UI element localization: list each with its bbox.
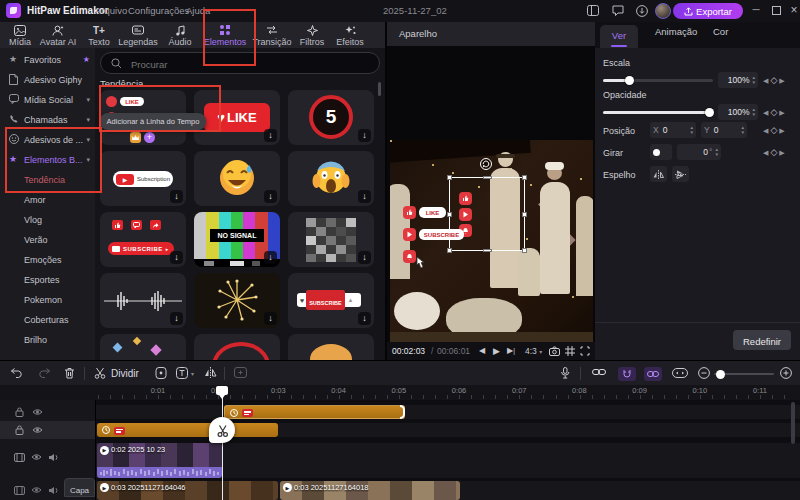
track-mute-icon[interactable]	[48, 486, 59, 495]
reset-button[interactable]: Redefinir	[733, 330, 791, 350]
tab-texto[interactable]: T+ Texto	[77, 24, 121, 47]
sidebar-item-emocoes[interactable]: Emoções	[0, 252, 95, 268]
undo-button[interactable]	[10, 367, 23, 378]
layout-panels-icon[interactable]	[587, 5, 599, 16]
sticker-clip-1[interactable]	[224, 405, 405, 419]
download-sticker-icon[interactable]: ↓	[264, 129, 277, 142]
close-button[interactable]: ×	[786, 0, 800, 22]
position-keyframe-controls[interactable]: ◀◇▶	[763, 125, 787, 135]
opacity-value-box[interactable]: 100% ▴▾	[718, 104, 758, 120]
track-eye-icon[interactable]	[32, 426, 43, 434]
menu-configuracoes[interactable]: Configurações	[128, 0, 189, 22]
sticker-card-stars[interactable]	[100, 334, 186, 360]
snapshot-icon[interactable]	[549, 346, 560, 356]
playhead-line[interactable]	[222, 386, 223, 500]
next-frame-icon[interactable]: ▶|	[507, 346, 515, 355]
panel-scrollbar[interactable]	[378, 82, 381, 96]
export-button[interactable]: Exportar	[673, 3, 743, 19]
sticker-card-blob[interactable]	[288, 334, 374, 360]
tab-efeitos[interactable]: Efeitos	[328, 24, 372, 47]
track-eye-icon[interactable]	[32, 408, 43, 416]
track-lock-icon[interactable]	[15, 407, 24, 417]
delete-button[interactable]	[64, 367, 75, 379]
sticker-card-subscribe-banner[interactable]: SUBSCRIBE ▸ ↓	[100, 212, 186, 267]
freeze-frame-button[interactable]	[234, 367, 247, 378]
opacity-slider[interactable]	[603, 111, 713, 114]
preview-stage[interactable]: LIKE SUBSCRIBE	[387, 46, 595, 342]
minimize-button[interactable]: ─	[748, 0, 764, 22]
zoom-in-button[interactable]	[780, 367, 792, 379]
tab-cor[interactable]: Cor	[713, 26, 728, 37]
download-sticker-icon[interactable]: ↓	[170, 251, 183, 264]
rotate-keyframe-controls[interactable]: ◀◇▶	[763, 147, 787, 157]
sticker-card-subscribe-small[interactable]: ♥ SUBSCRIBE ▲ ↓	[288, 273, 374, 328]
tab-ver[interactable]: Ver	[600, 25, 638, 48]
sidebar-item-amor[interactable]: Amor	[0, 192, 95, 208]
download-sticker-icon[interactable]: ↓	[358, 251, 371, 264]
track-eye-icon[interactable]	[31, 453, 42, 461]
menu-ajuda[interactable]: Ajuda	[186, 0, 210, 22]
sticker-card-waveform[interactable]: ↓	[100, 273, 186, 328]
download-sticker-icon[interactable]: ↓	[358, 312, 371, 325]
play-icon[interactable]: ▶	[493, 346, 500, 356]
mirror-tool-button[interactable]	[204, 367, 217, 378]
clip-right-handle[interactable]	[400, 405, 405, 419]
link-clips-button[interactable]	[592, 367, 606, 377]
track-lock-icon[interactable]	[15, 425, 24, 435]
sticker-card-swirl[interactable]	[194, 334, 280, 360]
stepper-icons[interactable]: ▴▾	[690, 125, 693, 135]
download-sticker-icon[interactable]: ↓	[264, 190, 277, 203]
track-video-icon[interactable]	[14, 486, 25, 495]
grid-icon[interactable]	[565, 346, 575, 356]
add-plus-icon[interactable]: +	[144, 132, 155, 143]
fit-timeline-button[interactable]	[672, 367, 688, 379]
scale-slider[interactable]	[603, 79, 713, 82]
fullscreen-icon[interactable]	[580, 346, 590, 356]
snap-magnet-button[interactable]	[618, 367, 636, 381]
scale-value-box[interactable]: 100% ▴▾	[718, 72, 758, 88]
search-bar[interactable]	[100, 52, 380, 74]
sticker-card-no-signal[interactable]: NO SIGNAL ↓	[194, 212, 280, 267]
zoom-slider-knob[interactable]	[716, 370, 725, 379]
sidebar-item-chamadas[interactable]: Chamadas ▾	[0, 112, 95, 128]
sidebar-item-verao[interactable]: Verão	[0, 232, 95, 248]
tab-transicao[interactable]: Transição	[250, 24, 294, 47]
sticker-card-emoji-sweat[interactable]: ↓	[194, 151, 280, 206]
sidebar-item-brilho[interactable]: Brilho	[0, 332, 95, 348]
playhead-marker[interactable]	[216, 386, 228, 395]
user-avatar[interactable]	[655, 3, 671, 19]
stepper-icons[interactable]: ▴▾	[715, 147, 718, 157]
sticker-card-emoji-scream[interactable]: ↓	[288, 151, 374, 206]
position-y-box[interactable]: Y 0 ▴▾	[701, 122, 747, 138]
download-sticker-icon[interactable]: ↓	[358, 129, 371, 142]
tab-animacao[interactable]: Animação	[655, 26, 697, 37]
opacity-keyframe-controls[interactable]: ◀◇▶	[763, 107, 787, 117]
timeline-zoom-slider[interactable]	[714, 373, 774, 375]
record-voiceover-button[interactable]	[560, 367, 570, 379]
redo-button[interactable]	[38, 367, 51, 378]
sticker-card-yt-subscription[interactable]: ▶ Subscription ↓	[100, 151, 186, 206]
stepper-icons[interactable]: ▴▾	[752, 107, 755, 117]
sidebar-item-favoritos[interactable]: ★ Favoritos ★	[0, 52, 95, 68]
track-video-icon[interactable]	[14, 453, 25, 462]
position-x-box[interactable]: X 0 ▴▾	[650, 122, 696, 138]
prev-frame-icon[interactable]: ◀	[479, 346, 485, 355]
sidebar-item-elementos-b[interactable]: ★ Elementos B... ▾	[0, 152, 95, 168]
feedback-icon[interactable]	[612, 5, 624, 16]
split-button[interactable]: Dividir	[94, 367, 139, 379]
sidebar-item-tendencia[interactable]: Tendência	[0, 172, 95, 188]
tab-avatar-ai[interactable]: Avatar AI	[36, 24, 80, 47]
track-mute-icon[interactable]	[48, 453, 59, 462]
download-sticker-icon[interactable]: ↓	[170, 190, 183, 203]
zoom-out-button[interactable]	[698, 367, 710, 379]
ratio-select[interactable]: 4:3 ▾	[525, 346, 542, 356]
stepper-icons[interactable]: ▴▾	[752, 75, 755, 85]
sidebar-item-vlog[interactable]: Vlog	[0, 212, 95, 228]
marker-button[interactable]	[155, 367, 167, 379]
sidebar-item-adesivo-giphy[interactable]: Adesivo Giphy	[0, 72, 95, 88]
download-icon[interactable]	[636, 5, 648, 17]
main-video-clip-a[interactable]: ▶ 0:03 20251127164046	[97, 481, 278, 500]
sticker-card-countdown[interactable]: 5 ↓	[288, 90, 374, 145]
track-eye-icon[interactable]	[31, 486, 42, 494]
search-input[interactable]	[129, 55, 363, 73]
